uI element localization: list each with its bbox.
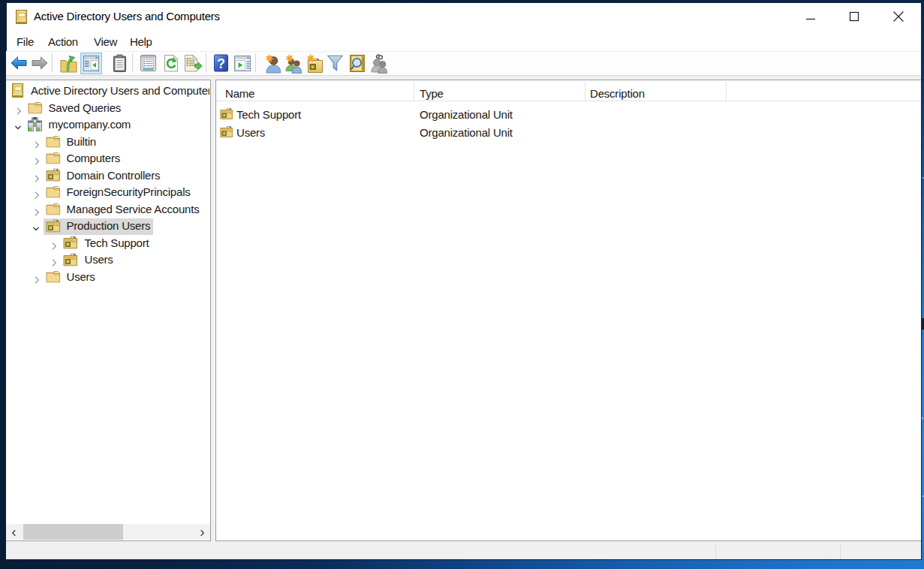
svg-text:?: ? [217, 56, 225, 71]
